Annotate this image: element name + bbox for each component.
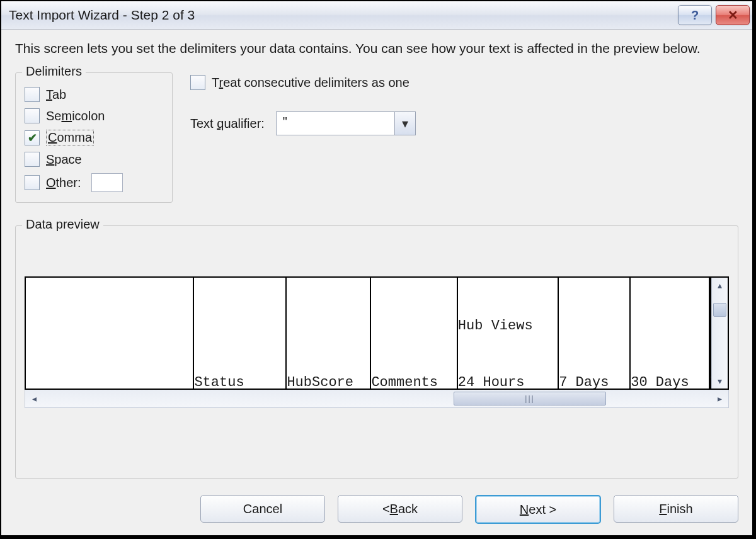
tab-checkbox[interactable] <box>25 87 40 102</box>
preview-col-comments: Comments 0 0 0 <box>371 278 457 389</box>
other-checkbox-row: Other: <box>25 173 163 192</box>
other-label: Other: <box>46 176 81 190</box>
text-qualifier-value: " <box>277 112 394 135</box>
window-title: Text Import Wizard - Step 2 of 3 <box>9 8 678 23</box>
back-button[interactable]: < Back <box>338 495 462 523</box>
close-icon: ✕ <box>728 8 738 23</box>
dialog-footer: Cancel < Back Next > Finish <box>15 495 738 524</box>
scroll-up-icon: ▴ <box>712 278 728 293</box>
description-text: This screen lets you set the delimiters … <box>15 40 738 57</box>
semicolon-checkbox[interactable] <box>25 108 40 123</box>
delimiters-legend: Delimiters <box>22 64 86 79</box>
comma-label: Comma <box>46 130 94 145</box>
consecutive-label: Treat consecutive delimiters as one <box>212 76 410 90</box>
preview-col-hubscore: HubScore 85 82 82 <box>287 278 371 389</box>
dialog-window: Text Import Wizard - Step 2 of 3 ? ✕ Thi… <box>0 0 753 536</box>
preview-col-30days: 30 Days 144 17 124 <box>631 278 710 389</box>
space-label: Space <box>46 152 82 167</box>
vertical-scrollbar[interactable]: ▴ ▾ <box>711 278 728 389</box>
space-checkbox[interactable] <box>25 152 40 167</box>
text-qualifier-select[interactable]: " ▾ <box>276 111 416 135</box>
close-button[interactable]: ✕ <box>716 5 750 25</box>
preview-col-0: rver 2003 and 2008 <box>26 278 194 389</box>
text-qualifier-label: Text qualifier: <box>190 116 265 131</box>
help-button[interactable]: ? <box>678 5 712 25</box>
consecutive-checkbox[interactable] <box>190 75 205 90</box>
semicolon-checkbox-row: Semicolon <box>25 108 163 123</box>
scroll-left-icon: ◂ <box>25 390 43 407</box>
cancel-button[interactable]: Cancel <box>200 495 325 523</box>
data-preview-grid: rver 2003 and 2008 Status Published Publ… <box>25 276 729 390</box>
horizontal-scrollbar[interactable]: ◂ ||| ▸ <box>25 390 729 408</box>
other-checkbox[interactable] <box>25 175 40 190</box>
preview-col-24hours: Hub Views 24 Hours 2 1 3 <box>458 278 559 389</box>
chevron-down-icon: ▾ <box>394 112 415 135</box>
delimiter-options: Treat consecutive delimiters as one Text… <box>190 75 416 135</box>
question-icon: ? <box>691 8 699 23</box>
tab-label: Tab <box>46 88 66 102</box>
comma-checkbox[interactable]: ✔ <box>25 130 40 145</box>
tab-checkbox-row: Tab <box>25 87 163 102</box>
finish-button[interactable]: Finish <box>614 495 738 523</box>
next-button[interactable]: Next > <box>475 495 601 524</box>
system-buttons: ? ✕ <box>678 5 752 25</box>
scroll-down-icon: ▾ <box>712 373 728 389</box>
preview-col-7days: 7 Days 24 4 22 <box>559 278 631 389</box>
data-preview-legend: Data preview <box>22 217 103 232</box>
other-input[interactable] <box>91 173 123 192</box>
vscroll-thumb[interactable] <box>713 303 726 317</box>
dialog-client: This screen lets you set the delimiters … <box>1 30 752 535</box>
delimiters-group: Delimiters Tab Semicolon ✔ Comma <box>15 72 173 203</box>
space-checkbox-row: Space <box>25 152 163 167</box>
semicolon-label: Semicolon <box>46 109 105 123</box>
hscroll-thumb[interactable]: ||| <box>454 392 606 406</box>
scroll-right-icon: ▸ <box>711 390 728 407</box>
comma-checkbox-row: ✔ Comma <box>25 130 163 145</box>
data-preview-group: Data preview rver 2003 and 2008 Status P… <box>15 225 738 479</box>
title-bar: Text Import Wizard - Step 2 of 3 ? ✕ <box>1 1 752 30</box>
preview-col-status: Status Published Published Published <box>194 278 287 389</box>
